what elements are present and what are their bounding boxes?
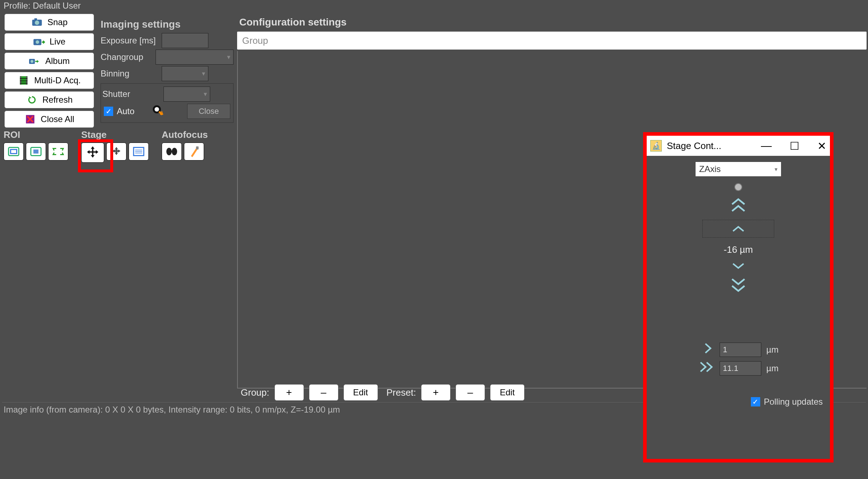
roi-full-button[interactable] (48, 143, 68, 161)
binning-label: Binning (101, 69, 162, 79)
snap-label: Snap (47, 17, 68, 27)
snap-button[interactable]: Snap (4, 14, 94, 31)
close-all-label: Close All (41, 114, 74, 124)
roi-title: ROI (4, 129, 68, 140)
unit-label: µm (766, 363, 779, 373)
auto-checkbox[interactable]: ✓ (104, 107, 113, 116)
stage-title: Stage (81, 129, 149, 140)
changroup-label: Changroup (101, 52, 156, 62)
close-all-icon (24, 114, 36, 124)
binning-dropdown[interactable]: ▾ (162, 66, 208, 81)
svg-point-6 (31, 60, 33, 63)
polling-label: Polling updates (764, 397, 823, 407)
dialog-titlebar[interactable]: 🔬 Stage Cont... — ☐ ✕ (647, 136, 830, 156)
z-position-value: -16 µm (724, 244, 753, 255)
double-chevron-icon (698, 361, 715, 376)
album-button[interactable]: Album (4, 52, 94, 70)
action-button-column: Snap Live Album Multi-D Acq. Refresh (0, 11, 98, 130)
configuration-title: Configuration settings (237, 16, 867, 29)
svg-point-4 (36, 40, 39, 44)
group-add-button[interactable]: + (274, 384, 304, 401)
auto-label: Auto (117, 106, 134, 116)
exposure-label: Exposure [ms] (101, 36, 162, 46)
close-all-button[interactable]: Close All (4, 111, 94, 128)
changroup-dropdown[interactable]: ▾ (156, 50, 234, 65)
single-chevron-icon (698, 342, 715, 357)
autofocus-section: Autofocus (162, 129, 208, 161)
film-strip-icon (18, 75, 30, 85)
chevron-down-icon: ▾ (204, 90, 207, 98)
shutter-dropdown[interactable]: ▾ (163, 87, 210, 102)
dialog-title: Stage Cont... (667, 140, 721, 152)
multi-d-label: Multi-D Acq. (34, 75, 80, 85)
refresh-button[interactable]: Refresh (4, 91, 94, 108)
chevron-down-icon: ▾ (227, 53, 230, 61)
group-remove-button[interactable]: – (309, 384, 338, 401)
camera-send-icon (29, 56, 41, 66)
svg-rect-27 (171, 151, 172, 152)
svg-rect-18 (11, 149, 17, 153)
chevron-down-icon: ▾ (202, 70, 205, 78)
svg-rect-2 (34, 18, 37, 20)
svg-point-25 (166, 148, 172, 155)
refresh-icon (26, 95, 38, 105)
imaging-settings-panel: Imaging settings Exposure [ms] Changroup… (101, 19, 234, 123)
exposure-input[interactable] (162, 33, 208, 48)
stage-control-dialog: 🔬 Stage Cont... — ☐ ✕ ZAxis ▾ -16 µm (643, 132, 834, 462)
shutter-close-button[interactable]: Close (187, 104, 230, 119)
close-button[interactable]: ✕ (817, 140, 826, 152)
camera-arrow-icon (33, 37, 45, 47)
preset-edit-button[interactable]: Edit (490, 384, 525, 401)
shutter-label: Shutter (102, 89, 163, 99)
profile-label: Profile: Default User (0, 0, 868, 11)
preset-label: Preset: (387, 387, 416, 398)
autofocus-run-button[interactable] (162, 143, 182, 161)
z-up-large-button[interactable] (729, 197, 747, 213)
multi-d-acq-button[interactable]: Multi-D Acq. (4, 72, 94, 89)
chevron-down-icon: ▾ (775, 166, 777, 173)
shutter-icon: A (152, 105, 163, 118)
roi-crop-button[interactable] (26, 143, 46, 161)
preset-remove-button[interactable]: – (456, 384, 485, 401)
groups-toolbar: Group: + – Edit Preset: + – Edit (241, 384, 525, 401)
preset-add-button[interactable]: + (421, 384, 451, 401)
svg-point-15 (155, 107, 160, 112)
minimize-button[interactable]: — (761, 140, 772, 152)
large-step-input[interactable] (720, 361, 761, 376)
unit-label: µm (766, 345, 779, 355)
imaging-title: Imaging settings (101, 19, 234, 30)
album-label: Album (45, 56, 70, 66)
axis-selected: ZAxis (699, 164, 721, 174)
autofocus-config-button[interactable] (184, 143, 204, 161)
microscope-icon: 🔬 (650, 140, 662, 152)
live-button[interactable]: Live (4, 33, 94, 50)
svg-point-26 (172, 148, 177, 155)
stage-section: Stage (81, 129, 149, 163)
svg-point-1 (35, 20, 39, 25)
axis-dropdown[interactable]: ZAxis ▾ (695, 162, 781, 177)
maximize-button[interactable]: ☐ (790, 140, 799, 152)
group-input[interactable]: Group (237, 32, 867, 50)
group-edit-button[interactable]: Edit (343, 384, 378, 401)
svg-text:A: A (160, 111, 163, 116)
small-step-input[interactable] (720, 343, 761, 357)
z-up-small-button[interactable] (702, 220, 774, 238)
roi-section: ROI (4, 129, 68, 161)
jog-center-icon (734, 183, 742, 191)
svg-rect-20 (33, 149, 38, 153)
autofocus-title: Autofocus (162, 129, 208, 140)
refresh-label: Refresh (42, 95, 73, 105)
stage-move-button[interactable] (81, 143, 104, 163)
polling-checkbox[interactable]: ✓ (751, 397, 760, 406)
stage-position-button[interactable] (106, 143, 126, 161)
group-label: Group: (241, 387, 269, 398)
roi-select-button[interactable] (4, 143, 24, 161)
stage-list-button[interactable] (129, 143, 149, 161)
camera-icon (31, 17, 43, 27)
z-down-large-button[interactable] (729, 277, 747, 293)
z-down-small-button[interactable] (731, 262, 745, 270)
svg-rect-28 (196, 147, 199, 150)
live-label: Live (50, 37, 65, 47)
